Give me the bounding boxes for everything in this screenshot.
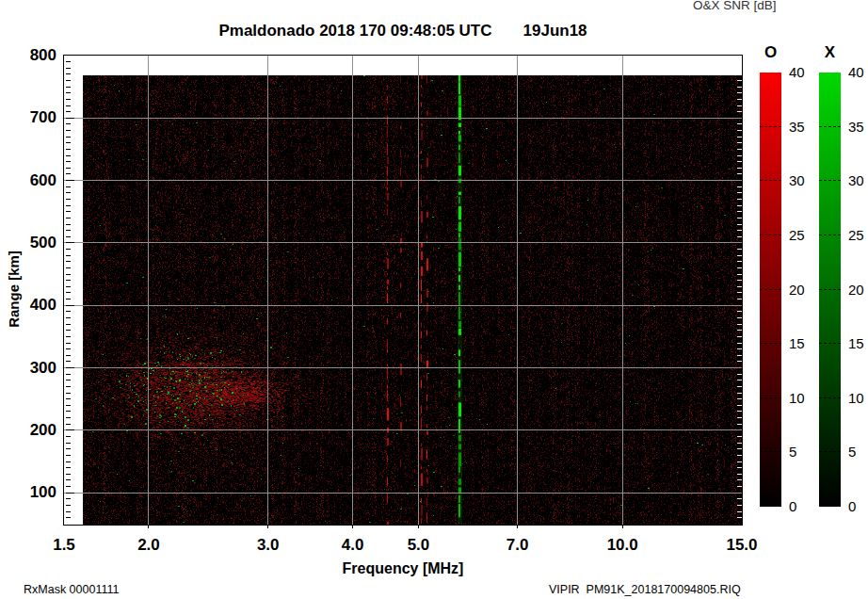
y-axis-tick [66,386,71,387]
y-axis-tick [66,461,71,462]
y-axis-tick [66,211,71,212]
y-gridline [64,367,742,368]
y-axis-tick [66,87,71,88]
y-axis-tick [66,286,71,287]
y-axis-tick [66,111,71,112]
colorbar-tick-mark [819,289,841,290]
y-axis-tick [66,517,71,518]
colorbar-title: O&X SNR [dB] [693,0,777,12]
colorbar-tick-mark [760,343,781,344]
colorbar-tick-mark [819,343,841,344]
y-tick-label: 200 [8,421,56,440]
y-axis-tick [66,130,71,131]
x-axis-tick [418,525,419,528]
colorbar-o-label: O [760,43,781,62]
y-axis-tick [66,429,74,430]
colorbar-o [760,73,781,507]
colorbar-tick-mark [819,126,841,127]
y-axis-tick [66,498,71,499]
x-tick-label: 5.0 [408,536,430,555]
y-axis-tick [66,405,71,406]
y-axis-tick [66,305,74,306]
y-axis-title: Range [km] [6,251,22,328]
colorbar-tick-mark [819,397,841,398]
ionogram-screen: Pmaldonado 2018 170 09:48:05 UTC19Jun18 … [0,0,868,599]
y-axis-tick [66,511,71,512]
ionogram-canvas [83,75,742,525]
colorbar-tick-mark [760,235,781,235]
x-gridline [267,56,268,525]
x-gridline [418,56,419,525]
y-axis-tick [66,61,71,62]
y-tick-label: 400 [8,296,56,315]
y-axis-tick [66,80,71,81]
y-axis-tick [66,448,71,449]
x-axis-tick [622,525,623,528]
y-axis-tick [66,186,71,187]
colorbar-tick-label: 5 [848,444,856,460]
x-tick-label: 10.0 [607,536,638,555]
rx-mask-label: RxMask 00001111 [24,583,119,596]
y-axis-tick [66,474,71,475]
colorbar-tick-label: 10 [848,390,864,406]
y-axis-tick [66,398,71,399]
y-axis-tick [66,118,74,119]
colorbar-tick-mark [760,180,781,181]
y-axis-tick [66,324,71,325]
y-axis-tick [66,467,71,468]
y-axis-tick [66,261,71,262]
y-gridline [64,305,742,306]
y-axis-tick [66,311,71,312]
y-axis-tick [66,436,71,437]
colorbar-tick-label: 40 [848,64,864,80]
colorbar-tick-mark [760,397,781,398]
y-axis-tick [66,292,71,293]
y-axis-tick [66,455,71,456]
y-axis-tick [66,173,71,174]
y-axis-tick [66,355,71,356]
colorbar-tick-label: 25 [848,227,864,243]
colorbar-tick-label: 30 [848,172,864,188]
y-axis-tick [66,380,71,380]
y-axis-tick [66,505,71,506]
y-axis-tick [66,393,71,394]
y-axis-tick [66,443,71,444]
y-tick-label: 800 [8,46,56,65]
x-tick-label: 1.5 [53,536,75,555]
colorbar-tick-mark [760,451,781,452]
colorbar-tick-label: 15 [848,335,864,351]
y-axis-tick [66,218,71,219]
y-gridline [64,242,742,243]
y-tick-label: 700 [8,108,56,127]
x-axis-title: Frequency [MHz] [64,560,742,577]
colorbar-tick-mark [819,180,841,181]
y-axis-tick [66,280,71,281]
colorbar-tick-label: 5 [789,444,796,460]
y-axis-tick [66,367,74,368]
y-axis-tick [66,343,71,344]
x-gridline [622,56,623,525]
y-axis-tick [66,230,71,231]
y-axis-tick [66,493,74,494]
y-axis-tick [66,317,71,318]
y-axis-tick [66,255,71,256]
plot-title-date: 19Jun18 [523,22,587,40]
colorbar-x [819,73,841,507]
colorbar-tick-mark [760,126,781,127]
y-axis-tick [66,180,74,181]
x-axis-tick [267,525,268,528]
x-tick-label: 3.0 [257,536,280,555]
colorbar-tick-label: 0 [789,498,796,514]
colorbar-tick-label: 30 [789,172,805,188]
y-axis-tick [66,142,71,143]
colorbar-tick-mark [819,451,841,452]
y-axis-tick [66,99,71,100]
x-tick-label: 7.0 [506,536,529,555]
y-gridline [64,429,742,430]
colorbar-tick-label: 35 [848,119,864,135]
colorbar-tick-label: 15 [789,335,805,351]
colorbar-tick-label: 10 [789,390,805,406]
y-axis-tick [66,242,74,243]
y-tick-label: 500 [8,234,56,252]
file-name-label: VIPIR PM91K_2018170094805.RIQ [549,583,741,596]
